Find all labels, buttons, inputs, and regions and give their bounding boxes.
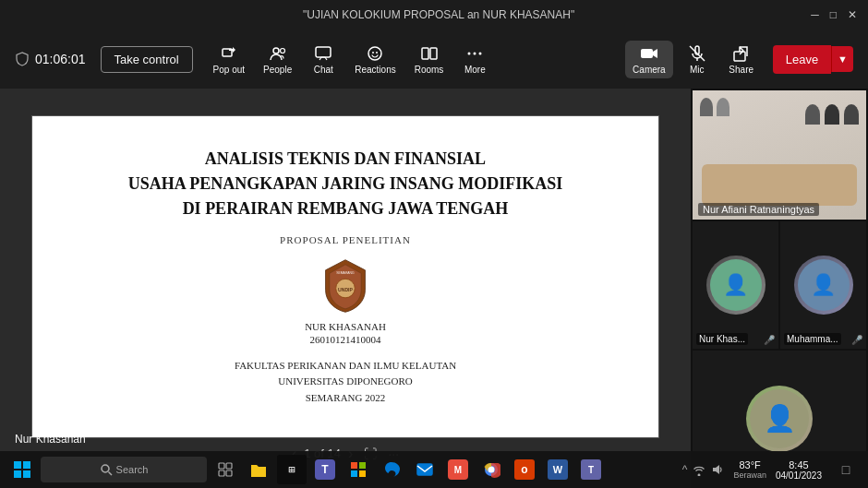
- mic-icon: [688, 44, 706, 63]
- taskbar-weather: 83°F Berawan: [733, 459, 766, 480]
- taskbar-store[interactable]: [344, 455, 373, 484]
- svg-text:UNDIP: UNDIP: [338, 287, 354, 292]
- chat-button[interactable]: Chat: [303, 41, 344, 78]
- people-button[interactable]: People: [256, 41, 299, 78]
- camera-button[interactable]: Camera: [625, 41, 673, 78]
- rooms-label: Rooms: [415, 65, 444, 75]
- reactions-button[interactable]: Reactions: [347, 41, 403, 78]
- weather-desc: Berawan: [733, 470, 766, 480]
- svg-rect-8: [430, 48, 437, 59]
- chat-icon: [314, 44, 332, 63]
- taskbar-terminal[interactable]: ⊞: [277, 455, 307, 484]
- pop-out-button[interactable]: Pop out: [206, 41, 252, 78]
- minimize-button[interactable]: ─: [811, 8, 819, 21]
- taskbar-edge[interactable]: [377, 455, 406, 484]
- sound-icon: [711, 463, 724, 476]
- more-icon: [465, 44, 484, 63]
- main-content: ANALISIS TEKNIS DAN FINANSIAL USAHA PENA…: [0, 89, 868, 488]
- slide-subtitle: PROPOSAL PENELITIAN: [128, 234, 563, 245]
- reactions-label: Reactions: [355, 65, 395, 75]
- svg-rect-12: [641, 49, 653, 58]
- speaker-name: Nur Khasanah: [15, 433, 86, 446]
- more-button[interactable]: More: [454, 41, 495, 78]
- search-label: Search: [116, 464, 149, 475]
- taskbar-file-explorer[interactable]: [244, 455, 273, 484]
- taskbar-teams2[interactable]: T: [576, 455, 606, 484]
- title-bar: "UJIAN KOLOKIUM PROPOSAL an NUR KHASANAH…: [0, 0, 868, 30]
- title-bar-text: "UJIAN KOLOKIUM PROPOSAL an NUR KHASANAH…: [66, 8, 811, 21]
- svg-point-10: [474, 52, 476, 54]
- svg-rect-33: [359, 470, 366, 477]
- svg-rect-30: [351, 462, 357, 469]
- svg-rect-22: [14, 470, 21, 478]
- right-panel: Nur Afiani Ratnaningtyas 👤 Nur Khas... 🎤…: [691, 89, 868, 488]
- tray-show-hidden[interactable]: ^: [682, 463, 688, 476]
- taskbar-mobaxter[interactable]: M: [443, 455, 473, 484]
- more-label: More: [464, 65, 486, 75]
- svg-rect-7: [422, 48, 428, 59]
- mic-muted-icon-right: 🎤: [851, 335, 862, 345]
- taskbar-chrome[interactable]: [476, 455, 506, 484]
- leave-button[interactable]: Leave: [773, 45, 831, 74]
- system-tray: ^: [682, 463, 725, 476]
- leave-dropdown-button[interactable]: ▼: [831, 46, 853, 72]
- svg-point-11: [479, 52, 482, 54]
- svg-point-1: [273, 48, 279, 54]
- share-button[interactable]: Share: [721, 41, 762, 78]
- take-control-button[interactable]: Take control: [101, 46, 193, 73]
- slide-author-name: NUR KHASANAH: [128, 321, 563, 332]
- participant-tile-small-right: 👤 Muhamma... 🎤: [780, 221, 866, 349]
- svg-rect-23: [23, 470, 30, 478]
- toolbar: 01:06:01 Take control Pop out People Cha…: [0, 30, 868, 89]
- taskbar-office[interactable]: o: [510, 455, 539, 484]
- participant-small-right-name: Muhamma...: [784, 333, 841, 345]
- clock-time: 8:45: [789, 459, 808, 470]
- svg-rect-3: [316, 47, 331, 57]
- participant-main-name: Nur Afiani Ratnaningtyas: [698, 203, 819, 216]
- reactions-icon: [366, 44, 384, 63]
- participant-tile-small-left: 👤 Nur Khas... 🎤: [693, 221, 778, 349]
- svg-rect-29: [226, 470, 232, 476]
- taskbar: Search ⊞ T: [0, 451, 868, 488]
- svg-rect-16: [734, 52, 745, 61]
- participant-tiles-row: 👤 Nur Khas... 🎤 👤 Muhamma... 🎤: [693, 221, 866, 349]
- taskbar-email[interactable]: [410, 455, 440, 484]
- notification-button[interactable]: □: [831, 455, 861, 484]
- svg-point-2: [280, 48, 284, 53]
- taskbar-teams[interactable]: T: [310, 455, 340, 484]
- svg-point-4: [368, 47, 381, 60]
- mic-button[interactable]: Mic: [677, 41, 717, 78]
- svg-point-5: [372, 52, 374, 54]
- people-icon: [269, 44, 287, 63]
- slide-frame: ANALISIS TEKNIS DAN FINANSIAL USAHA PENA…: [31, 115, 659, 438]
- svg-point-9: [468, 52, 471, 54]
- svg-rect-20: [14, 461, 21, 469]
- camera-label: Camera: [633, 65, 666, 75]
- svg-rect-21: [23, 461, 30, 469]
- svg-rect-26: [219, 463, 224, 469]
- svg-rect-34: [417, 464, 432, 475]
- svg-line-25: [108, 472, 112, 476]
- taskbar-search[interactable]: Search: [41, 457, 207, 482]
- camera-icon: [640, 44, 658, 63]
- title-bar-controls[interactable]: ─ □ ✕: [811, 8, 857, 21]
- svg-rect-27: [226, 463, 232, 469]
- rooms-button[interactable]: Rooms: [407, 41, 452, 78]
- windows-start-button[interactable]: [7, 455, 37, 484]
- taskbar-word[interactable]: W: [543, 455, 573, 484]
- svg-rect-32: [351, 470, 357, 477]
- close-button[interactable]: ✕: [848, 8, 857, 21]
- svg-text:SEMARANG: SEMARANG: [336, 271, 355, 275]
- rooms-icon: [420, 44, 439, 63]
- share-label: Share: [729, 65, 753, 75]
- pop-out-label: Pop out: [213, 65, 245, 75]
- share-icon: [732, 44, 751, 63]
- participant-small-left-name: Nur Khas...: [696, 333, 748, 345]
- maximize-button[interactable]: □: [830, 8, 837, 21]
- call-timer: 01:06:01: [35, 52, 86, 66]
- university-logo: UNDIP SEMARANG: [318, 258, 373, 314]
- chat-label: Chat: [314, 65, 333, 75]
- task-view-button[interactable]: [211, 455, 240, 484]
- slide-area: ANALISIS TEKNIS DAN FINANSIAL USAHA PENA…: [0, 89, 691, 488]
- svg-rect-31: [359, 462, 366, 469]
